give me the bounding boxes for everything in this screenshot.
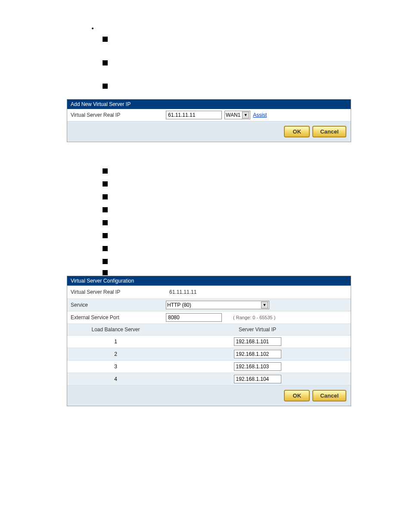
server-ip-input[interactable]	[234, 375, 281, 383]
panel-title: Add New Virtual Server IP	[67, 100, 351, 109]
bullet-icon	[103, 220, 108, 225]
bullet-icon	[103, 246, 108, 251]
service-select[interactable]: HTTP (80) ▼	[166, 301, 269, 309]
bullet-icon	[103, 194, 108, 199]
bullet-icon	[103, 168, 108, 174]
server-number: 2	[67, 349, 164, 359]
table-row: 2	[67, 348, 351, 361]
add-virtual-server-panel: Add New Virtual Server IP Virtual Server…	[67, 99, 351, 142]
server-virtual-ip-header: Server Virtual IP	[164, 324, 351, 335]
virtual-server-real-ip-label: Virtual Server Real IP	[67, 110, 164, 120]
server-ip-input[interactable]	[234, 362, 281, 371]
bullet-icon	[103, 233, 108, 238]
port-range-hint: ( Range: 0 - 65535 )	[233, 315, 275, 320]
panel-title: Virtual Server Configuration	[67, 276, 351, 286]
table-row: 4	[67, 373, 351, 386]
server-number: 3	[67, 362, 164, 371]
ok-button[interactable]: OK	[284, 390, 310, 401]
bullet-icon	[103, 84, 108, 89]
server-ip-input[interactable]	[234, 350, 281, 358]
small-dot-icon	[92, 28, 93, 29]
server-ip-input[interactable]	[234, 337, 281, 346]
service-select-value: HTTP (80)	[167, 302, 191, 308]
bullet-icon	[103, 37, 108, 42]
ok-button[interactable]: OK	[284, 126, 310, 137]
bullet-icon	[103, 181, 108, 187]
assist-link[interactable]: Assist	[253, 112, 267, 118]
table-row: 3	[67, 361, 351, 373]
wan-select[interactable]: WAN1 ▼	[224, 111, 250, 119]
real-ip-value: 61.11.11.11	[166, 287, 200, 297]
external-port-label: External Service Port	[67, 313, 164, 322]
chevron-down-icon: ▼	[261, 302, 268, 308]
server-number: 1	[67, 337, 164, 346]
virtual-server-config-panel: Virtual Server Configuration Virtual Ser…	[67, 276, 351, 406]
bullet-icon	[103, 60, 108, 65]
table-row: 1	[67, 336, 351, 348]
real-ip-label: Virtual Server Real IP	[67, 287, 164, 297]
service-label: Service	[67, 300, 164, 310]
external-port-input[interactable]	[166, 313, 222, 322]
virtual-server-ip-input[interactable]	[166, 111, 222, 119]
load-balance-header: Load Balance Server	[67, 324, 164, 335]
chevron-down-icon: ▼	[242, 112, 249, 118]
bullet-icon	[103, 270, 108, 275]
bullet-icon	[103, 259, 108, 264]
wan-select-value: WAN1	[226, 112, 240, 118]
cancel-button[interactable]: Cancel	[312, 390, 346, 401]
server-number: 4	[67, 374, 164, 384]
bullet-icon	[103, 207, 108, 212]
cancel-button[interactable]: Cancel	[312, 126, 346, 137]
